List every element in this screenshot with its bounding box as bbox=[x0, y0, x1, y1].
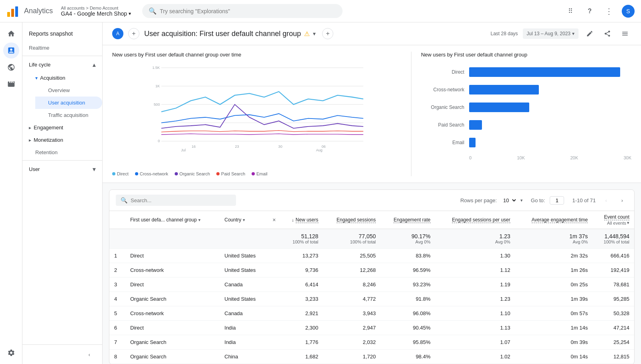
add-tab-button[interactable]: + bbox=[128, 28, 139, 39]
bar-track-direct bbox=[469, 67, 631, 77]
search-bar[interactable]: 🔍 bbox=[142, 4, 343, 18]
col-eng-sess-user-header[interactable]: Engaged sessions per user bbox=[435, 211, 515, 229]
table-row: 8 Organic Search China 1,682 1,720 98.4%… bbox=[109, 350, 634, 364]
acquisition-group: ▾ Acquisition Overview User acquisition … bbox=[22, 72, 102, 121]
report-title: User acquisition: First user default cha… bbox=[144, 30, 316, 38]
chevron-down-icon: ▾ bbox=[129, 11, 131, 16]
more-options-button[interactable]: ⋮ bbox=[603, 5, 615, 18]
sidebar-icon-strip bbox=[0, 22, 22, 364]
country-filter[interactable]: Country ▾ bbox=[224, 217, 263, 223]
table-toolbar: 🔍 Rows per page: 10 25 50 ▾ Go to: 1-10 … bbox=[109, 190, 634, 211]
retention-link[interactable]: Retention bbox=[22, 146, 102, 159]
sidebar-content: Reports snapshot Realtime Life cycle ▴ ▾… bbox=[22, 22, 102, 344]
sidebar-text: Reports snapshot Realtime Life cycle ▴ ▾… bbox=[22, 22, 103, 364]
collapse-sidebar-button[interactable]: ‹ bbox=[83, 348, 96, 361]
bar-chart-area: Direct Cross-network Organic Search bbox=[421, 64, 631, 163]
user-acquisition-link[interactable]: User acquisition bbox=[35, 97, 102, 109]
bar-row-email: Email bbox=[421, 138, 631, 147]
sidebar-icon-explore[interactable] bbox=[3, 59, 19, 75]
rows-per-page-select[interactable]: 10 25 50 bbox=[500, 196, 517, 205]
sidebar-icon-home[interactable] bbox=[3, 26, 19, 42]
account-info: All accounts > Demo Account GA4 - Google… bbox=[61, 6, 131, 17]
line-chart-area: 1.5K 1K 500 0 16 23 30 06 Jul Aug bbox=[112, 64, 401, 168]
legend-direct: Direct bbox=[112, 171, 129, 176]
bar-track-cross-network bbox=[469, 85, 631, 95]
sidebar-icon-advertising[interactable] bbox=[3, 76, 19, 92]
table-search-icon: 🔍 bbox=[121, 197, 127, 203]
svg-text:500: 500 bbox=[154, 103, 160, 107]
sidebar-icon-settings[interactable] bbox=[3, 345, 19, 361]
user-arrow: ▾ bbox=[93, 165, 96, 173]
date-range-picker[interactable]: Jul 13 – Aug 9, 2023 ▾ bbox=[523, 28, 579, 39]
go-to-label: Go to: bbox=[531, 197, 545, 203]
go-to-page-input[interactable] bbox=[550, 196, 564, 205]
sidebar-icon-reports[interactable] bbox=[3, 42, 19, 58]
account-breadcrumb: All accounts > Demo Account bbox=[61, 6, 131, 10]
col-new-users-header[interactable]: ↓ New users bbox=[280, 211, 323, 229]
legend-organic-search: Organic Search bbox=[175, 171, 210, 176]
svg-text:1K: 1K bbox=[155, 84, 160, 88]
bar-track-organic-search bbox=[469, 103, 631, 112]
close-filter-icon[interactable]: × bbox=[272, 217, 276, 223]
analytics-logo bbox=[6, 5, 19, 18]
traffic-acquisition-link[interactable]: Traffic acquisition bbox=[35, 109, 102, 121]
acquisition-items: Overview User acquisition Traffic acquis… bbox=[29, 84, 102, 121]
help-button[interactable]: ? bbox=[583, 5, 596, 18]
svg-text:0: 0 bbox=[158, 139, 160, 143]
pagination-next-button[interactable]: › bbox=[617, 195, 628, 206]
legend-paid-search: Paid Search bbox=[216, 171, 245, 176]
bar-chart-xaxis: 0 10K 20K 30K bbox=[421, 155, 631, 160]
bar-chart-title: New users by First user default channel … bbox=[421, 52, 631, 58]
col-engaged-sessions-header[interactable]: Engaged sessions bbox=[323, 211, 381, 229]
table-row: 5 Cross-network Canada 2,921 3,943 96.08… bbox=[109, 306, 634, 321]
user-section[interactable]: User ▾ bbox=[22, 162, 102, 176]
col-country-close[interactable]: × bbox=[268, 211, 280, 229]
event-filter-arrow[interactable]: ▾ bbox=[627, 220, 629, 225]
col-engagement-rate-header[interactable]: Engagement rate bbox=[381, 211, 435, 229]
pagination-info: 1-10 of 71 bbox=[572, 197, 596, 203]
col-channel-header[interactable]: First user defa... channel group ▾ bbox=[125, 211, 220, 229]
rows-per-page-arrow: ▾ bbox=[520, 198, 523, 203]
channel-filter[interactable]: First user defa... channel group ▾ bbox=[130, 217, 215, 223]
date-chevron-down: ▾ bbox=[572, 31, 574, 36]
col-country-header[interactable]: Country ▾ bbox=[220, 211, 268, 229]
table-search-input[interactable] bbox=[131, 197, 231, 203]
table-row: 6 Direct India 2,300 2,947 90.45% 1.13 1… bbox=[109, 321, 634, 335]
bar-row-cross-network: Cross-network bbox=[421, 85, 631, 95]
legend-email: Email bbox=[252, 171, 268, 176]
share-button[interactable] bbox=[601, 27, 614, 40]
bar-row-paid-search: Paid Search bbox=[421, 120, 631, 130]
overview-link[interactable]: Overview bbox=[35, 84, 102, 97]
table-row: 2 Cross-network United States 9,736 12,2… bbox=[109, 263, 634, 278]
sidebar: Reports snapshot Realtime Life cycle ▴ ▾… bbox=[0, 22, 103, 364]
table-search[interactable]: 🔍 bbox=[116, 195, 236, 206]
add-report-button[interactable]: + bbox=[322, 28, 333, 39]
pagination-prev-button[interactable]: ‹ bbox=[601, 195, 612, 206]
col-event-count-header[interactable]: Event count All events ▾ bbox=[593, 211, 634, 229]
col-avg-eng-time-header[interactable]: Average engagement time bbox=[515, 211, 593, 229]
content-area: A + User acquisition: First user default… bbox=[103, 22, 641, 364]
search-input[interactable] bbox=[160, 8, 336, 14]
bar-label-email: Email bbox=[421, 140, 469, 145]
lifecycle-group: Life cycle ▴ ▾ Acquisition Overview U bbox=[22, 58, 102, 159]
bar-track-paid-search bbox=[469, 120, 631, 130]
realtime-link[interactable]: Realtime bbox=[22, 42, 102, 54]
svg-text:16: 16 bbox=[191, 145, 196, 149]
bar-row-direct: Direct bbox=[421, 67, 631, 77]
header-right: Last 28 days Jul 13 – Aug 9, 2023 ▾ bbox=[491, 27, 631, 40]
acquisition-section[interactable]: ▾ Acquisition bbox=[29, 72, 102, 84]
lifecycle-section[interactable]: Life cycle ▴ bbox=[22, 58, 102, 72]
svg-rect-1 bbox=[11, 9, 14, 17]
edit-report-button[interactable] bbox=[583, 27, 596, 40]
engagement-section[interactable]: ▸ Engagement bbox=[22, 121, 102, 134]
account-name[interactable]: GA4 - Google Merch Shop ▾ bbox=[61, 10, 131, 17]
table-row: 3 Direct Canada 6,414 8,246 93.23% 1.19 … bbox=[109, 278, 634, 292]
personalize-button[interactable] bbox=[619, 27, 631, 40]
avatar[interactable]: S bbox=[622, 5, 635, 18]
apps-button[interactable]: ⠿ bbox=[564, 5, 577, 18]
title-chevron-down[interactable]: ▾ bbox=[313, 30, 316, 37]
sidebar-footer: ‹ bbox=[22, 344, 102, 364]
table-section: 🔍 Rows per page: 10 25 50 ▾ Go to: 1-10 … bbox=[109, 189, 635, 364]
reports-snapshot-link[interactable]: Reports snapshot bbox=[22, 26, 102, 42]
monetization-section[interactable]: ▸ Monetization bbox=[22, 134, 102, 146]
